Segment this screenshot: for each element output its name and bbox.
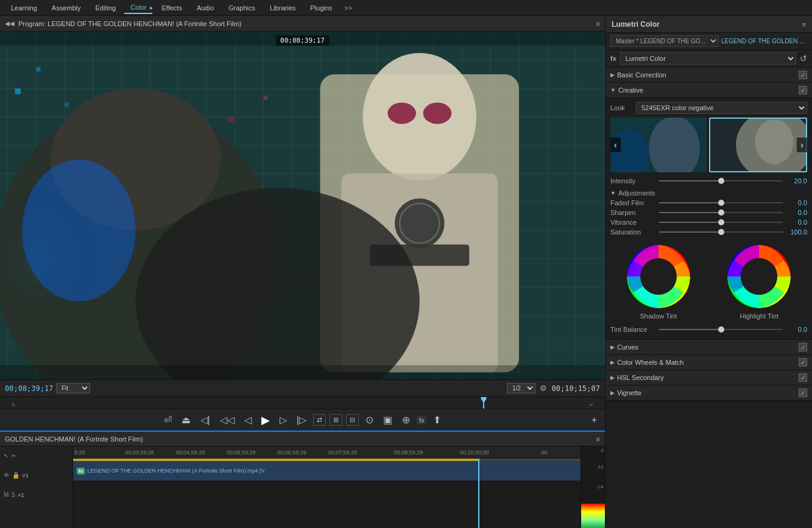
color-wheels-match-toggle[interactable]: ✓ [799,358,807,367]
curves-expand-icon: ▶ [610,344,615,350]
go-to-out-button[interactable]: |▷ [294,413,309,427]
creative-header[interactable]: ▼ Creative ✓ [605,83,812,98]
scrubber-bar[interactable]: 0 ∞ [0,396,605,409]
nav-libraries[interactable]: Libraries [264,2,302,13]
play-button[interactable]: ▶ [258,412,273,428]
basic-correction-toggle[interactable]: ✓ [799,71,807,79]
mark-out-button[interactable]: ⏏ [178,413,194,427]
fx-dropdown[interactable]: Lumetri Color [620,52,796,65]
settings-icon[interactable]: ⚙ [538,383,549,393]
nav-learning[interactable]: Learning [5,2,43,13]
loop-button[interactable]: ⇄ [313,414,326,426]
faded-film-slider[interactable] [659,202,783,203]
fit-dropdown[interactable]: Fit 25% 50% 75% 100% [56,383,90,393]
panel-header: Lumetri Color ≡ [605,16,812,33]
track-lock[interactable]: 🔒 [12,472,19,479]
intensity-slider[interactable] [659,180,783,181]
track-name-a1: A1 [18,492,24,498]
look-next-button[interactable]: › [797,138,807,152]
nav-audio[interactable]: Audio [191,2,220,13]
audio-mute[interactable]: M [4,491,9,498]
nav-editing[interactable]: Editing [90,2,122,13]
nav-overflow[interactable]: >> [341,2,356,13]
timecode-in[interactable]: 00;08;39;17 [5,384,54,393]
playhead-arrow [481,398,487,403]
razor-tool[interactable]: ✂ [11,452,16,459]
saturation-slider[interactable] [659,231,783,233]
hsl-secondary-header[interactable]: ▶ HSL Secondary ✓ [605,370,812,385]
export-button[interactable]: ⬆ [430,413,444,427]
creative-toggle[interactable]: ✓ [799,86,807,94]
sharpen-thumb[interactable] [718,209,724,216]
fx-reset-button[interactable]: ↺ [800,54,807,63]
play-back-button[interactable]: ◁ [241,413,255,427]
basic-correction-header[interactable]: ▶ Basic Correction ✓ [605,68,812,83]
curves-toggle[interactable]: ✓ [799,343,807,351]
vibrance-thumb[interactable] [718,219,724,225]
select-tool[interactable]: ↖ [4,452,9,459]
source-dropdown[interactable]: Master * LEGEND OF THE GO... [610,35,719,47]
export-frame-button[interactable]: ⊙ [362,413,376,427]
video-track-clip[interactable]: fx LEGEND OF THE GOLDEN HENCHMAN! (A For… [73,461,581,480]
vignette-toggle[interactable]: ✓ [799,389,807,397]
overwrite-button[interactable]: ⊟ [346,414,359,426]
look-thumb-after[interactable] [709,118,808,172]
panel-menu-icon[interactable]: ≡ [802,21,806,28]
sharpen-slider[interactable] [659,212,783,213]
left-area: ◀◀ Program: LEGEND OF THE GOLDEN HENCHMA… [0,16,605,528]
audio-solo[interactable]: S [11,491,15,498]
saturation-value: 100.0 [783,228,807,236]
svg-point-9 [387,103,416,124]
ruler-mark-3: 00;05;59;29 [225,446,256,458]
program-monitor-menu[interactable]: ≡ [596,20,600,27]
vol-bar [581,504,605,528]
highlight-tint-wheel[interactable] [726,243,793,310]
curves-header[interactable]: ▶ Curves ✓ [605,340,812,355]
faded-film-thumb[interactable] [718,200,724,206]
sharpen-label: Sharpen [610,209,659,216]
tint-balance-slider[interactable] [659,329,783,330]
scrub-end: ∞ [589,402,593,407]
look-prev-button[interactable]: ‹ [610,138,621,152]
panel-scroll[interactable]: ▶ Basic Correction ✓ ▼ Creative ✓ Look [605,68,812,528]
fx-toggle[interactable]: fx [417,416,427,424]
nav-plugins[interactable]: Plugins [304,2,338,13]
basic-correction-expand-icon: ▶ [610,72,615,78]
insert-button[interactable]: ⊞ [330,414,342,426]
intensity-thumb[interactable] [718,178,724,184]
resolution-dropdown[interactable]: 1/2 Full 1/4 [507,383,535,393]
add-track-button[interactable]: + [588,414,600,427]
track-name-v1: V1 [22,473,29,479]
hsl-secondary-toggle[interactable]: ✓ [799,373,807,382]
look-dropdown[interactable]: 5245EXR color negative [636,102,807,114]
vignette-header[interactable]: ▶ Vignette ✓ [605,385,812,401]
nav-graphics[interactable]: Graphics [222,2,261,13]
nav-assembly[interactable]: Assembly [46,2,87,13]
step-back-button[interactable]: ◁◁ [217,413,238,427]
color-wheels-match-header[interactable]: ▶ Color Wheels & Match ✓ [605,355,812,370]
scrubber-track[interactable]: 0 ∞ [0,397,605,409]
go-to-in-button[interactable]: ◁| [197,413,213,427]
vol-label-24: -24 [581,483,605,491]
track-eye[interactable]: 👁 [4,472,10,479]
vibrance-slider[interactable] [659,222,783,223]
ruler-mark-7: 00;10;00;00 [459,446,489,458]
timeline-menu[interactable]: ≡ [596,435,600,443]
shadow-tint-wheel[interactable] [625,243,692,310]
look-thumb-before[interactable] [610,118,707,172]
settings-button[interactable]: ⊕ [399,413,413,427]
step-forward-button[interactable]: ▷ [277,413,290,427]
intensity-row: Intensity 20.0 [610,177,807,185]
safe-margin-button[interactable]: ▣ [380,413,395,427]
panel-collapse-button[interactable]: ◀◀ [5,20,15,27]
timecode-out[interactable]: 00;10;15;07 [551,384,600,393]
nav-color[interactable]: Color [124,2,152,14]
track-controls: ↖ ✂ 👁 🔒 V1 M S A1 [0,446,73,528]
mark-in-button[interactable]: ⏎ [161,413,175,427]
adjustments-label: Adjustments [618,189,655,197]
video-preview: 00;08;39;17 [0,32,605,379]
tint-balance-thumb[interactable] [718,326,724,333]
nav-effects[interactable]: Effects [155,2,188,13]
adjustments-header[interactable]: ▼ Adjustments [610,187,807,199]
saturation-thumb[interactable] [718,229,724,235]
